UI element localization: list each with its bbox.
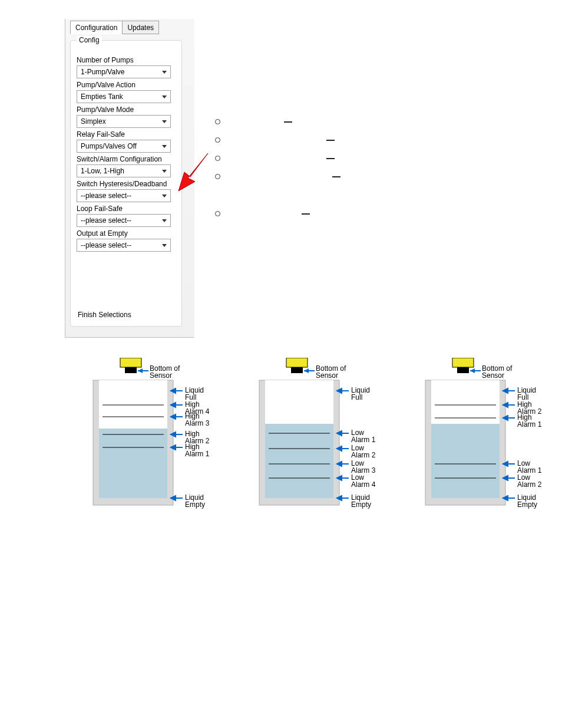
side-marker [215,211,340,216]
label-pump-valve-mode: Pump/Valve Mode [77,106,177,114]
svg-rect-32 [286,358,308,367]
label-low-alarm-2: Low Alarm 2 [351,444,375,459]
label-pump-valve-action: Pump/Valve Action [77,81,177,89]
dash-icon [326,140,335,141]
svg-marker-5 [162,195,167,197]
label-high-alarm-1: High Alarm 1 [517,414,541,428]
label-liquid-full: Liquid Full [185,387,204,401]
svg-rect-56 [457,367,469,373]
side-marker [215,119,340,124]
label-liquid-empty: Liquid Empty [351,494,371,508]
label-low-alarm-3: Low Alarm 3 [351,460,375,474]
select-value: Pumps/Valves Off [81,142,137,150]
chevron-down-icon [160,91,169,102]
select-value: --please select-- [81,192,131,200]
tank-diagram-two-high-two-low: Bottom of Sensor Liquid Full High Alarm … [421,358,557,511]
dash-icon [326,158,335,159]
select-value: 1-Pump/Valve [81,68,124,76]
tab-updates[interactable]: Updates [122,21,159,34]
chevron-down-icon [160,166,169,176]
chevron-down-icon [160,67,169,77]
chevron-down-icon [160,190,169,201]
svg-marker-35 [304,368,309,373]
chevron-down-icon [160,215,169,226]
config-legend: Config [77,36,102,44]
svg-marker-58 [470,368,475,373]
chevron-down-icon [160,116,169,127]
select-output-at-empty[interactable]: --please select-- [77,239,171,252]
svg-rect-10 [125,367,137,373]
select-value: --please select-- [81,241,131,249]
side-marker [215,137,340,143]
label-liquid-full: Liquid Full [351,387,370,401]
circle-icon [215,156,220,161]
svg-marker-1 [162,95,167,98]
svg-rect-33 [291,367,303,373]
dash-icon [332,176,340,177]
svg-marker-3 [162,145,167,148]
svg-marker-0 [162,71,167,74]
svg-marker-12 [138,368,143,373]
circle-icon [215,137,220,143]
svg-marker-7 [162,244,167,247]
config-fieldset: Config Number of Pumps 1-Pump/Valve Pump… [70,40,182,327]
select-value: 1-Low, 1-High [81,167,124,175]
label-liquid-empty: Liquid Empty [185,494,205,508]
side-marker [215,156,340,161]
finish-selections-link[interactable]: Finish Selections [78,311,176,319]
select-loop-fail-safe[interactable]: --please select-- [77,214,171,227]
circle-icon [215,119,220,124]
select-pump-valve-action[interactable]: Empties Tank [77,90,171,103]
label-low-alarm-4: Low Alarm 4 [351,474,375,488]
circle-icon [215,174,220,179]
label-bottom-of-sensor: Bottom of Sensor [482,365,512,379]
label-liquid-empty: Liquid Empty [517,494,537,508]
side-option-markers [215,119,340,229]
chevron-down-icon [160,240,169,251]
svg-marker-4 [162,170,167,173]
side-marker [215,174,340,179]
select-value: --please select-- [81,216,131,225]
dash-icon [302,213,310,215]
tab-bar: Configuration Updates [70,19,194,34]
label-loop-fail-safe: Loop Fail-Safe [77,205,177,213]
svg-marker-2 [162,120,167,123]
label-low-alarm-1: Low Alarm 1 [351,429,375,443]
label-number-of-pumps: Number of Pumps [77,56,177,64]
svg-rect-55 [452,358,474,367]
tank-diagram-four-high: Bottom of Sensor Liquid Full High Alarm … [88,358,225,511]
circle-icon [215,211,220,216]
tank-diagram-four-low: Bottom of Sensor Liquid Full Low Alarm 1… [254,358,391,511]
select-value: Empties Tank [81,93,123,101]
label-low-alarm-2: Low Alarm 2 [517,474,541,488]
select-switch-hysteresis[interactable]: --please select-- [77,189,171,202]
label-bottom-of-sensor: Bottom of Sensor [150,365,180,379]
chevron-down-icon [160,141,169,151]
label-switch-alarm-config: Switch/Alarm Configuration [77,155,177,163]
label-relay-fail-safe: Relay Fail-Safe [77,130,177,139]
svg-rect-38 [265,424,333,498]
tank-diagrams: Bottom of Sensor Liquid Full High Alarm … [88,358,562,511]
label-liquid-full: Liquid Full [517,387,536,401]
svg-rect-9 [120,358,141,367]
tab-configuration[interactable]: Configuration [70,21,123,34]
select-switch-alarm-config[interactable]: 1-Low, 1-High [77,164,171,177]
select-pump-valve-mode[interactable]: Simplex [77,115,171,128]
select-number-of-pumps[interactable]: 1-Pump/Valve [77,65,171,78]
svg-rect-15 [99,429,167,498]
svg-rect-61 [431,424,500,498]
select-relay-fail-safe[interactable]: Pumps/Valves Off [77,140,171,153]
label-high-alarm-1: High Alarm 1 [185,443,209,457]
label-output-at-empty: Output at Empty [77,229,177,238]
label-switch-hysteresis: Switch Hysteresis/Deadband [77,180,177,188]
label-bottom-of-sensor: Bottom of Sensor [316,365,346,379]
config-panel: Configuration Updates Config Number of P… [65,19,194,338]
dash-icon [284,121,292,123]
select-value: Simplex [81,117,106,126]
svg-marker-6 [162,219,167,222]
label-high-alarm-3: High Alarm 3 [185,413,209,427]
label-low-alarm-1: Low Alarm 1 [517,460,541,474]
